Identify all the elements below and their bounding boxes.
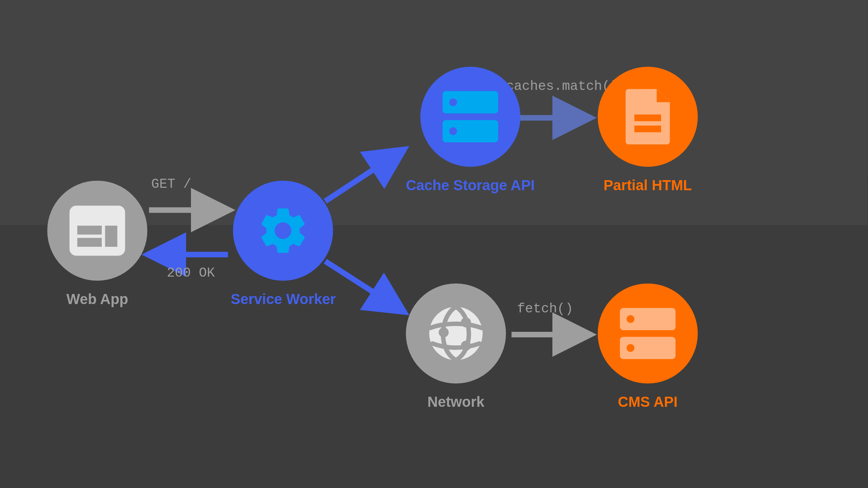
partial-html-label: Partial HTML [598,177,698,194]
node-partial-html: Partial HTML [598,67,698,194]
arrow-to-network [325,261,403,311]
svg-point-1 [439,327,449,337]
edge-label-get: GET / [151,177,191,192]
cms-api-circle [598,284,698,384]
svg-point-2 [461,317,471,327]
node-web-app: Web App [47,180,147,308]
network-icon [423,300,489,367]
cms-api-label: CMS API [598,394,698,411]
document-icon [626,89,670,144]
service-worker-label: Service Worker [231,291,336,308]
node-network: Network [406,284,506,411]
web-app-circle [47,180,147,280]
cache-storage-circle [420,67,520,167]
network-circle [406,284,506,384]
node-cms-api: CMS API [598,284,698,411]
web-app-label: Web App [47,291,147,308]
webapp-icon [69,206,125,256]
edge-label-ok: 200 OK [167,266,215,280]
svg-point-0 [429,307,483,360]
node-cache-storage: Cache Storage API [406,67,535,194]
svg-point-3 [461,341,471,351]
storage-icon [442,91,498,142]
node-service-worker: Service Worker [231,180,336,308]
service-worker-circle [233,180,333,280]
cache-storage-label: Cache Storage API [406,177,535,194]
partial-html-circle [598,67,698,167]
edge-label-fetch: fetch() [517,301,573,316]
network-label: Network [406,394,506,411]
server-icon [620,308,676,359]
gear-icon [256,203,311,258]
